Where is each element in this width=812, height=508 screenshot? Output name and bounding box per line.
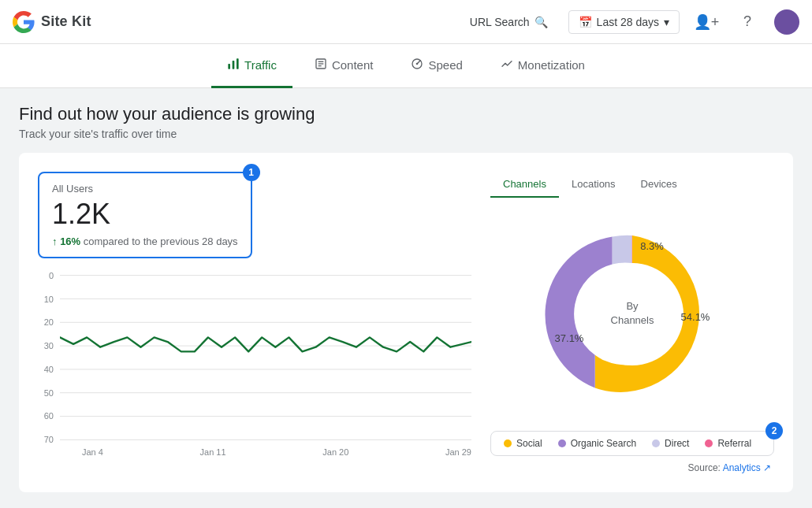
- tab-speed[interactable]: Speed: [395, 44, 478, 88]
- search-icon: 🔍: [535, 16, 548, 28]
- logo-area: Site Kit: [13, 11, 91, 33]
- traffic-tab-icon: [227, 57, 240, 72]
- legend-organic: Organic Search: [558, 438, 636, 449]
- donut-chart-wrapper: By Channels 54.1% 37.1% 8.3%: [490, 204, 774, 425]
- svg-text:Channels: Channels: [611, 314, 654, 326]
- tab-speed-label: Speed: [428, 58, 462, 72]
- url-search-button[interactable]: URL Search 🔍: [462, 11, 556, 33]
- legend-referral: Referral: [705, 438, 751, 449]
- metric-change-pct: ↑ 16%: [52, 235, 80, 247]
- svg-text:8.3%: 8.3%: [640, 240, 664, 252]
- header: Site Kit URL Search 🔍 📅 Last 28 days ▾ 👤…: [0, 0, 812, 44]
- tab-traffic[interactable]: Traffic: [211, 44, 292, 88]
- date-range-picker[interactable]: 📅 Last 28 days ▾: [568, 10, 680, 34]
- donut-tab-locations[interactable]: Locations: [559, 172, 628, 198]
- referral-label: Referral: [717, 438, 751, 449]
- svg-chart-wrapper: Jan 4 Jan 11 Jan 20 Jan 29: [60, 271, 471, 457]
- date-range-label: Last 28 days: [597, 16, 659, 28]
- donut-tab-channels[interactable]: Channels: [490, 172, 559, 198]
- tab-monetization[interactable]: Monetization: [485, 44, 601, 88]
- social-label: Social: [516, 438, 542, 449]
- organic-label: Organic Search: [571, 438, 636, 449]
- metric-badge: 1: [243, 164, 260, 181]
- speed-tab-icon: [411, 57, 423, 72]
- x-label-jan11: Jan 11: [200, 447, 226, 457]
- x-label-jan29: Jan 29: [445, 447, 471, 457]
- legend-badge: 2: [765, 422, 783, 439]
- add-user-button[interactable]: 👤+: [692, 8, 721, 36]
- metric-card: 1 All Users 1.2K ↑ 16% compared to the p…: [38, 172, 252, 258]
- tab-content[interactable]: Content: [299, 44, 389, 88]
- organic-dot: [558, 439, 566, 447]
- logo-text: Site Kit: [41, 13, 91, 30]
- x-axis: Jan 4 Jan 11 Jan 20 Jan 29: [60, 447, 471, 457]
- svg-text:37.1%: 37.1%: [555, 332, 584, 344]
- external-link-icon: ↗: [763, 462, 771, 473]
- tab-bar: Traffic Content Speed Monetization: [0, 44, 812, 88]
- x-label-jan4: Jan 4: [82, 447, 103, 457]
- tab-monetization-label: Monetization: [518, 58, 585, 72]
- direct-dot: [652, 439, 660, 447]
- line-chart-svg: [60, 271, 471, 444]
- svg-rect-0: [228, 64, 230, 69]
- tab-traffic-label: Traffic: [244, 58, 277, 72]
- svg-rect-1: [233, 61, 235, 69]
- chart-area: 70 60 50 40 30 20 10 0: [38, 271, 471, 457]
- line-chart-section: 1 All Users 1.2K ↑ 16% compared to the p…: [38, 172, 471, 473]
- metric-value: 1.2K: [52, 198, 238, 231]
- header-right: URL Search 🔍 📅 Last 28 days ▾ 👤+ ?: [462, 8, 799, 36]
- page-subtitle: Track your site's traffic over time: [19, 128, 793, 140]
- metric-label: All Users: [52, 183, 238, 195]
- chevron-down-icon: ▾: [664, 16, 669, 28]
- user-avatar[interactable]: [774, 9, 799, 35]
- add-person-icon: 👤+: [694, 13, 720, 31]
- y-axis: 70 60 50 40 30 20 10 0: [38, 271, 60, 444]
- legend-social: Social: [504, 438, 542, 449]
- svg-text:54.1%: 54.1%: [681, 311, 710, 323]
- url-search-label: URL Search: [470, 16, 530, 28]
- help-icon: ?: [743, 13, 751, 30]
- chart-container: 1 All Users 1.2K ↑ 16% compared to the p…: [19, 153, 793, 492]
- social-dot: [504, 439, 512, 447]
- legend-box: 2 Social Organic Search Direct Referral: [490, 431, 774, 456]
- svg-point-8: [416, 62, 419, 65]
- content-tab-icon: [315, 57, 327, 72]
- svg-rect-2: [237, 58, 239, 69]
- donut-tab-devices[interactable]: Devices: [628, 172, 690, 198]
- direct-label: Direct: [665, 438, 689, 449]
- donut-chart-svg: By Channels 54.1% 37.1% 8.3%: [522, 204, 743, 425]
- legend-direct: Direct: [652, 438, 689, 449]
- page-title: Find out how your audience is growing: [19, 104, 793, 124]
- metric-change: ↑ 16% compared to the previous 28 days: [52, 235, 238, 247]
- google-g-logo: [13, 11, 35, 33]
- metric-change-text: compared to the previous 28 days: [84, 235, 238, 247]
- x-label-jan20: Jan 20: [322, 447, 348, 457]
- donut-tabs: Channels Locations Devices: [490, 172, 774, 198]
- main-content: Find out how your audience is growing Tr…: [0, 88, 812, 508]
- monetization-tab-icon: [501, 57, 513, 72]
- source-label: Source:: [688, 462, 721, 473]
- help-button[interactable]: ?: [733, 8, 762, 36]
- calendar-icon: 📅: [579, 16, 592, 28]
- svg-text:By: By: [626, 300, 639, 312]
- referral-dot: [705, 439, 713, 447]
- analytics-link[interactable]: Analytics ↗: [723, 462, 771, 473]
- tab-content-label: Content: [332, 58, 374, 72]
- source-line: Source: Analytics ↗: [490, 462, 774, 473]
- donut-section: Channels Locations Devices: [490, 172, 774, 473]
